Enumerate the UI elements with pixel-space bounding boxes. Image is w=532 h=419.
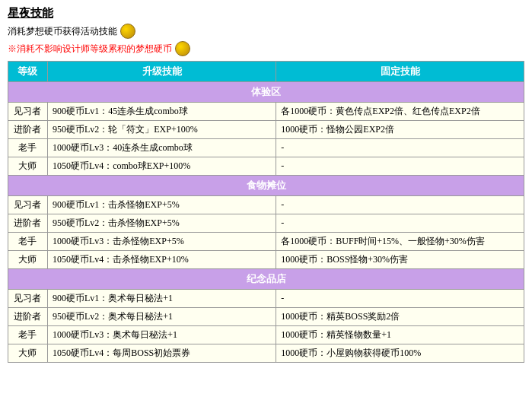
header-level: 等级 bbox=[8, 62, 48, 82]
table-row: 老手1000硬币Lv3：击杀怪物EXP+5%各1000硬币：BUFF时间+15%… bbox=[8, 233, 524, 251]
table-header-row: 等级 升级技能 固定技能 bbox=[8, 62, 524, 82]
fixed-cell: - bbox=[276, 290, 524, 308]
fixed-cell: 1000硬币：精英BOSS奖励2倍 bbox=[276, 308, 524, 326]
level-cell: 进阶者 bbox=[8, 308, 48, 326]
table-row: 见习者900硬币Lv1：45连杀生成combo球各1000硬币：黄色传点EXP2… bbox=[8, 103, 524, 121]
level-cell: 大师 bbox=[8, 157, 48, 176]
upgrade-cell: 1000硬币Lv3：奥术每日秘法+1 bbox=[47, 326, 276, 344]
level-cell: 老手 bbox=[8, 233, 48, 251]
fixed-cell: - bbox=[276, 196, 524, 214]
table-row: 大师1050硬币Lv4：每周BOSS初始票券1000硬币：小屋购物获得硬币100… bbox=[8, 344, 524, 363]
upgrade-cell: 950硬币Lv2：轮「符文」EXP+100% bbox=[47, 121, 276, 139]
upgrade-cell: 950硬币Lv2：击杀怪物EXP+5% bbox=[47, 214, 276, 233]
level-cell: 老手 bbox=[8, 326, 48, 344]
section-name-1: 食物摊位 bbox=[8, 176, 524, 196]
section-name-0: 体验区 bbox=[8, 82, 524, 103]
level-cell: 见习者 bbox=[8, 290, 48, 308]
title-section: 星夜技能 消耗梦想硬币获得活动技能 ※消耗不影响设计师等级累积的梦想硬币 bbox=[8, 6, 524, 56]
fixed-cell: - bbox=[276, 139, 524, 157]
table-row: 见习者900硬币Lv1：奥术每日秘法+1- bbox=[8, 290, 524, 308]
fixed-cell: 各1000硬币：黄色传点EXP2倍、红色传点EXP2倍 bbox=[276, 103, 524, 121]
upgrade-cell: 1000硬币Lv3：40连杀生成combo球 bbox=[47, 139, 276, 157]
upgrade-cell: 1050硬币Lv4：每周BOSS初始票券 bbox=[47, 344, 276, 363]
main-table: 等级 升级技能 固定技能 体验区见习者900硬币Lv1：45连杀生成combo球… bbox=[8, 61, 524, 363]
upgrade-cell: 950硬币Lv2：奥术每日秘法+1 bbox=[47, 308, 276, 326]
coin-icon-2 bbox=[175, 41, 190, 56]
level-cell: 见习者 bbox=[8, 196, 48, 214]
fixed-cell: 各1000硬币：BUFF时间+15%、一般怪物+30%伤害 bbox=[276, 233, 524, 251]
upgrade-cell: 1050硬币Lv4：击杀怪物EXP+10% bbox=[47, 251, 276, 269]
description-row: 消耗梦想硬币获得活动技能 bbox=[8, 24, 524, 39]
upgrade-cell: 900硬币Lv1：奥术每日秘法+1 bbox=[47, 290, 276, 308]
level-cell: 大师 bbox=[8, 251, 48, 269]
upgrade-cell: 1000硬币Lv3：击杀怪物EXP+5% bbox=[47, 233, 276, 251]
fixed-cell: 1000硬币：精英怪物数量+1 bbox=[276, 326, 524, 344]
fixed-cell: - bbox=[276, 157, 524, 176]
table-row: 大师1050硬币Lv4：击杀怪物EXP+10%1000硬币：BOSS怪物+30%… bbox=[8, 251, 524, 269]
header-upgrade: 升级技能 bbox=[47, 62, 276, 82]
header-fixed: 固定技能 bbox=[276, 62, 524, 82]
fixed-cell: 1000硬币：怪物公园EXP2倍 bbox=[276, 121, 524, 139]
level-cell: 进阶者 bbox=[8, 214, 48, 233]
fixed-cell: - bbox=[276, 214, 524, 233]
section-name-2: 纪念品店 bbox=[8, 269, 524, 290]
page-container: 星夜技能 消耗梦想硬币获得活动技能 ※消耗不影响设计师等级累积的梦想硬币 等级 … bbox=[0, 0, 532, 369]
level-cell: 进阶者 bbox=[8, 121, 48, 139]
table-row: 进阶者950硬币Lv2：轮「符文」EXP+100%1000硬币：怪物公园EXP2… bbox=[8, 121, 524, 139]
upgrade-cell: 900硬币Lv1：击杀怪物EXP+5% bbox=[47, 196, 276, 214]
level-cell: 见习者 bbox=[8, 103, 48, 121]
table-row: 老手1000硬币Lv3：奥术每日秘法+11000硬币：精英怪物数量+1 bbox=[8, 326, 524, 344]
table-row: 进阶者950硬币Lv2：击杀怪物EXP+5%- bbox=[8, 214, 524, 233]
table-row: 大师1050硬币Lv4：combo球EXP+100%- bbox=[8, 157, 524, 176]
table-row: 老手1000硬币Lv3：40连杀生成combo球- bbox=[8, 139, 524, 157]
section-header-2: 纪念品店 bbox=[8, 269, 524, 290]
section-header-0: 体验区 bbox=[8, 82, 524, 103]
warning-row: ※消耗不影响设计师等级累积的梦想硬币 bbox=[8, 41, 524, 56]
level-cell: 老手 bbox=[8, 139, 48, 157]
page-title: 星夜技能 bbox=[8, 6, 53, 21]
coin-icon-1 bbox=[120, 24, 135, 39]
upgrade-cell: 1050硬币Lv4：combo球EXP+100% bbox=[47, 157, 276, 176]
warning-text: ※消耗不影响设计师等级累积的梦想硬币 bbox=[8, 43, 172, 56]
table-row: 进阶者950硬币Lv2：奥术每日秘法+11000硬币：精英BOSS奖励2倍 bbox=[8, 308, 524, 326]
section-header-1: 食物摊位 bbox=[8, 176, 524, 196]
upgrade-cell: 900硬币Lv1：45连杀生成combo球 bbox=[47, 103, 276, 121]
level-cell: 大师 bbox=[8, 344, 48, 363]
table-row: 见习者900硬币Lv1：击杀怪物EXP+5%- bbox=[8, 196, 524, 214]
fixed-cell: 1000硬币：BOSS怪物+30%伤害 bbox=[276, 251, 524, 269]
description-text: 消耗梦想硬币获得活动技能 bbox=[8, 25, 117, 38]
fixed-cell: 1000硬币：小屋购物获得硬币100% bbox=[276, 344, 524, 363]
